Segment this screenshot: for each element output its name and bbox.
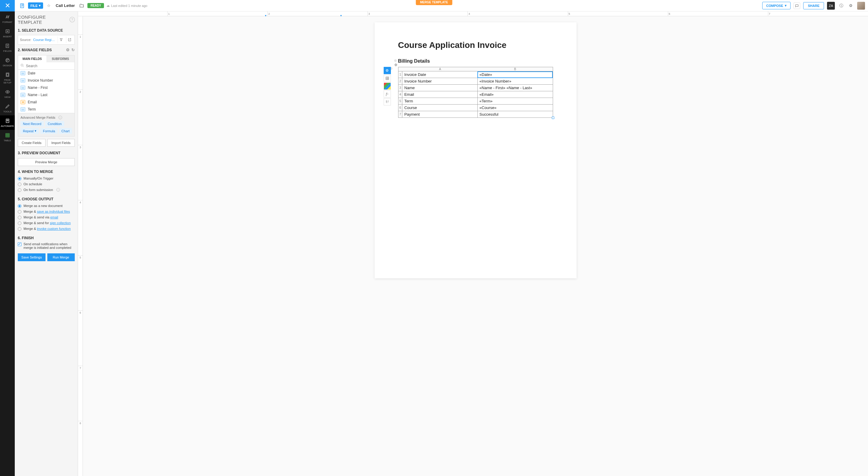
advanced-merge-label: Advanced Merge Fieldsi bbox=[21, 116, 72, 119]
field-item-email[interactable]: ✉Email bbox=[18, 98, 74, 106]
table-cell[interactable]: Payment bbox=[402, 111, 477, 118]
gear-icon[interactable]: ⚙ bbox=[847, 2, 854, 9]
table-settings-icon[interactable]: ⚙ bbox=[384, 67, 391, 74]
folder-icon[interactable] bbox=[79, 2, 85, 9]
table-cell[interactable]: Successful bbox=[477, 111, 553, 118]
nav-automate[interactable]: AUTOMATE bbox=[0, 116, 15, 130]
table-formula-icon[interactable]: f∞ bbox=[384, 90, 391, 98]
table-move-handle[interactable]: ✥ bbox=[394, 63, 398, 67]
filter-icon[interactable] bbox=[58, 36, 64, 43]
info-icon[interactable]: ⓘ bbox=[838, 2, 844, 9]
share-button[interactable]: SHARE bbox=[803, 2, 824, 9]
table-cell[interactable]: «Term» bbox=[477, 98, 553, 104]
info-icon[interactable]: i bbox=[59, 116, 62, 119]
save-settings-button[interactable]: Save Settings bbox=[18, 253, 45, 261]
star-icon[interactable]: ☆ bbox=[45, 2, 52, 9]
row-number[interactable]: 7 bbox=[398, 111, 402, 118]
table-resize-handle[interactable] bbox=[552, 117, 554, 119]
field-item-name-first[interactable]: ▭Name - First bbox=[18, 84, 74, 91]
nav-design[interactable]: DESIGN bbox=[0, 55, 15, 69]
create-fields-button[interactable]: Create Fields bbox=[18, 139, 45, 147]
radio-form-submission[interactable]: On form submissioni bbox=[18, 187, 75, 193]
table-cell[interactable]: «Course» bbox=[477, 104, 553, 111]
nav-table[interactable]: TABLE bbox=[0, 130, 15, 144]
table-cell[interactable]: «Invoice Number» bbox=[477, 78, 553, 85]
chip-next-record[interactable]: Next Record bbox=[21, 121, 44, 127]
nav-page-setup[interactable]: PAGE SETUP bbox=[0, 69, 15, 87]
doc-heading-2[interactable]: Billing Details bbox=[398, 58, 553, 64]
col-header-a[interactable]: A bbox=[403, 67, 478, 71]
check-email-notifications[interactable]: Send email notifications when merge is i… bbox=[15, 241, 78, 250]
row-number[interactable]: 2 bbox=[398, 78, 402, 85]
table-cell[interactable]: Name bbox=[402, 85, 477, 91]
table-cell[interactable]: Invoice Date bbox=[402, 71, 477, 78]
source-value[interactable]: Course Registrati... bbox=[33, 38, 56, 41]
chip-chart[interactable]: Chart bbox=[59, 128, 72, 134]
nav-format[interactable]: FORMAT bbox=[0, 11, 15, 26]
table-cell[interactable]: «Name - First» «Name - Last» bbox=[477, 85, 553, 91]
help-icon[interactable]: ? bbox=[70, 17, 75, 22]
radio-new-document[interactable]: Merge as a new document bbox=[18, 203, 75, 209]
radio-sign-collection[interactable]: Merge & send for sign collection bbox=[18, 220, 75, 226]
preview-merge-button[interactable]: Preview Merge bbox=[18, 158, 75, 166]
radio-custom-function[interactable]: Merge & invoke custom function bbox=[18, 226, 75, 232]
row-number[interactable]: 3 bbox=[398, 85, 402, 91]
avatar[interactable] bbox=[857, 2, 865, 10]
chip-formula[interactable]: Formula bbox=[40, 128, 57, 134]
import-fields-button[interactable]: Import Fields bbox=[47, 139, 75, 147]
compose-button[interactable]: COMPOSE▾ bbox=[762, 2, 790, 9]
gear-icon[interactable]: ⚙ bbox=[66, 47, 70, 52]
table-cell[interactable]: Course bbox=[402, 104, 477, 111]
table-grid-icon[interactable] bbox=[384, 75, 391, 82]
doc-heading-1[interactable]: Course Application Invoice bbox=[398, 40, 553, 50]
table-cell[interactable]: Invoice Number bbox=[402, 78, 477, 85]
table-cell[interactable]: «Date» bbox=[477, 71, 553, 78]
chip-condition[interactable]: Condition bbox=[45, 121, 64, 127]
nav-tools[interactable]: TOOLS bbox=[0, 101, 15, 116]
external-link-icon[interactable] bbox=[66, 36, 73, 43]
radio-schedule[interactable]: On schedule bbox=[18, 181, 75, 187]
app-logo[interactable]: ✕ bbox=[0, 0, 15, 11]
tab-main-fields[interactable]: MAIN FIELDS bbox=[18, 56, 46, 62]
field-search-input[interactable] bbox=[26, 64, 72, 68]
field-item-invoice-number[interactable]: ▭Invoice Number bbox=[18, 77, 74, 84]
table-sort-icon[interactable] bbox=[384, 98, 391, 105]
nav-view[interactable]: VIEW bbox=[0, 87, 15, 101]
file-menu-button[interactable]: FILE▾ bbox=[28, 2, 43, 9]
add-row-top-icon[interactable]: ⊕ bbox=[394, 58, 397, 63]
tab-subforms[interactable]: SUBFORMS bbox=[46, 56, 75, 62]
document-page[interactable]: Course Application Invoice Billing Detai… bbox=[375, 22, 577, 278]
nav-fields[interactable]: FIELDS bbox=[0, 40, 15, 55]
info-icon[interactable]: i bbox=[56, 188, 60, 192]
row-number[interactable]: 5 bbox=[398, 98, 402, 104]
link-individual-files[interactable]: save as individual files bbox=[37, 210, 70, 213]
row-number[interactable]: 6 bbox=[398, 104, 402, 111]
user-initials-badge[interactable]: ZA bbox=[827, 2, 835, 10]
document-title[interactable]: Call Letter bbox=[56, 3, 75, 8]
chip-repeat[interactable]: Repeat▾ bbox=[21, 128, 39, 134]
col-header-blank[interactable] bbox=[398, 67, 403, 71]
field-item-name-last[interactable]: ▭Name - Last bbox=[18, 91, 74, 98]
link-sign-collection[interactable]: sign collection bbox=[50, 221, 70, 225]
row-number[interactable]: 4 bbox=[398, 91, 402, 98]
run-merge-button[interactable]: Run Merge bbox=[47, 253, 75, 261]
refresh-icon[interactable]: ↻ bbox=[71, 47, 75, 52]
document-icon[interactable] bbox=[19, 2, 26, 9]
nav-insert[interactable]: INSERT bbox=[0, 26, 15, 40]
link-custom-function[interactable]: invoke custom function bbox=[37, 227, 71, 230]
link-email[interactable]: email bbox=[50, 215, 58, 219]
col-header-b[interactable]: B bbox=[478, 67, 553, 71]
radio-individual-files[interactable]: Merge & save as individual files bbox=[18, 209, 75, 215]
table-cell[interactable]: Email bbox=[402, 91, 477, 98]
row-number[interactable]: 1 bbox=[398, 71, 402, 78]
table-colors-icon[interactable] bbox=[384, 83, 391, 90]
table-cell[interactable]: «Email» bbox=[477, 91, 553, 98]
ruler-marker-left[interactable]: ▾ bbox=[265, 14, 267, 17]
radio-send-email[interactable]: Merge & send via email bbox=[18, 215, 75, 220]
field-item-date[interactable]: ▭Date bbox=[18, 70, 74, 77]
table-cell[interactable]: Term bbox=[402, 98, 477, 104]
ruler-marker-right[interactable]: ▾ bbox=[340, 14, 342, 17]
chat-icon[interactable] bbox=[794, 2, 800, 9]
field-item-term[interactable]: ▭Term bbox=[18, 106, 74, 113]
radio-manually[interactable]: Manually/On Trigger bbox=[18, 176, 75, 181]
